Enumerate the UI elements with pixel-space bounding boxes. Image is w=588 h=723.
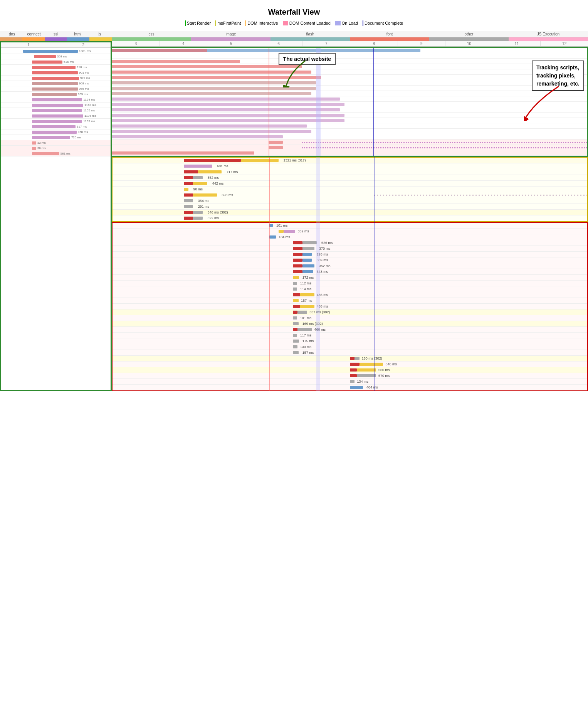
bar-44-dns [293,293,300,296]
connect-bar [22,37,45,41]
right-top-row-6 [112,75,587,80]
right-top-row-4 [112,64,587,69]
resource-row-56: 840 ms [113,362,587,367]
right-top-row-20 [112,150,587,156]
bar-39 [302,264,314,267]
resource-row-36: 370 ms [113,246,587,252]
resource-row-57: 560 ms [113,367,587,373]
html-bar [67,37,89,41]
col-dns: dns [1,32,23,36]
top-row-4: 818 ms [1,65,111,70]
resource-row-54: 157 ms [113,350,587,356]
top-row-16: 958 ms [1,129,111,135]
color-type-bar [0,37,588,41]
onload-icon [335,21,341,25]
bar-35-dns [293,241,302,244]
timing-57: 560 ms [378,368,390,372]
resource-row-48: 101 ms [113,315,587,321]
resource-row-55: 150 ms (302) [113,356,587,362]
timing-23: 717 ms [227,170,238,174]
column-header-row: dns connect ssl html js css image flash … [0,31,588,37]
timing-60: 404 ms [366,385,378,389]
resource-row-29: 291 ms [113,204,587,210]
bar-58-dns [350,374,357,377]
right-bar-10 [112,98,340,101]
resource-row-60: 404 ms [113,385,587,390]
top-row-19: 36 ms [1,146,111,151]
top-bar-13 [32,114,83,118]
top-row-20: 581 ms [1,151,111,156]
timing-29: 291 ms [198,205,210,208]
col-html: html [67,32,89,36]
top-timing-20: 581 ms [60,152,71,155]
bar-26-js [184,188,188,191]
timing-35: 526 ms [321,241,333,245]
col-other: other [429,32,509,36]
top-row-18: 33 ms [1,140,111,146]
dom-content-loaded-icon [283,21,288,25]
top-bar-7 [32,82,78,85]
resource-row-53: 130 ms [113,344,587,350]
bar-35 [302,241,317,244]
legend-document-complete: Document Complete [363,20,403,26]
right-top-row-5 [112,69,587,75]
resource-row-47: 337 ms (302) [113,309,587,315]
legend-msfirstpaint: msFirstPaint [215,20,241,26]
timing-39: 352 ms [319,264,331,268]
bar-45-js [293,299,299,302]
ssl-bar [45,37,67,41]
top-bar-9 [32,93,77,96]
tick-9: 9 [398,41,445,46]
legend-onload-label: On Load [342,21,358,25]
bar-54 [293,351,299,354]
waterfall-main: Waterfall View Start Render msFirstPaint… [0,0,588,391]
timing-45: 157 ms [301,299,312,303]
bar-49 [293,322,299,325]
bar-39-dns [293,264,302,267]
bar-55-dns [350,357,354,360]
resource-rows-section: 1321 ms (317) 601 ms 717 ms [112,157,588,391]
top-timing-5: 901 ms [79,71,89,74]
timeline-ticks: 3 4 5 6 7 8 9 10 11 12 [112,41,588,47]
right-top-row-15 [112,123,587,129]
right-top-row-11 [112,102,587,107]
bar-38-dns [293,259,302,262]
bar-57-dns [350,368,357,372]
timing-36: 370 ms [319,247,331,251]
bar-24 [193,176,203,179]
bar-29 [184,205,193,208]
legend-dom-interactive: DOM Interactive [245,20,278,26]
resource-row-31: 322 ms [113,215,587,221]
top-bar-1 [23,50,78,53]
left-panel-green: 1 2 1301 ms 303 ms 516 ms [0,41,112,391]
page-title: Waterfall View [0,4,588,19]
bar-37 [302,253,312,256]
resource-row-41: 172 ms [113,275,587,281]
top-row-1: 1301 ms [1,49,111,54]
top-row-10: 1124 ms [1,97,111,103]
timing-56: 840 ms [385,362,397,366]
resource-row-28: 354 ms [113,198,587,204]
top-bar-17 [32,136,70,139]
right-top-row-7 [112,80,587,86]
top-row-6: 979 ms [1,76,111,81]
top-timing-13: 1175 ms [84,114,96,118]
right-bar-12 [112,108,340,111]
timing-48: 101 ms [300,316,312,320]
top-bar-12 [32,109,82,112]
left-tick-header: 1 2 [1,42,111,48]
right-top-row-19 [112,145,587,150]
timing-58: 570 ms [378,374,390,378]
timing-41: 172 ms [302,276,314,279]
dns-bar [0,37,22,41]
col-font: font [350,32,429,36]
top-row-12: 1155 ms [1,108,111,113]
resource-row-42: 112 ms [113,281,587,286]
bar-40-dns [293,270,302,273]
timing-43: 114 ms [300,287,312,291]
timing-26: 90 ms [193,187,203,191]
tick-6: 6 [255,41,302,46]
right-top-row-17 [112,134,587,140]
tick-1: 1 [1,43,56,47]
legend: Start Render msFirstPaint DOM Interactiv… [0,19,588,29]
